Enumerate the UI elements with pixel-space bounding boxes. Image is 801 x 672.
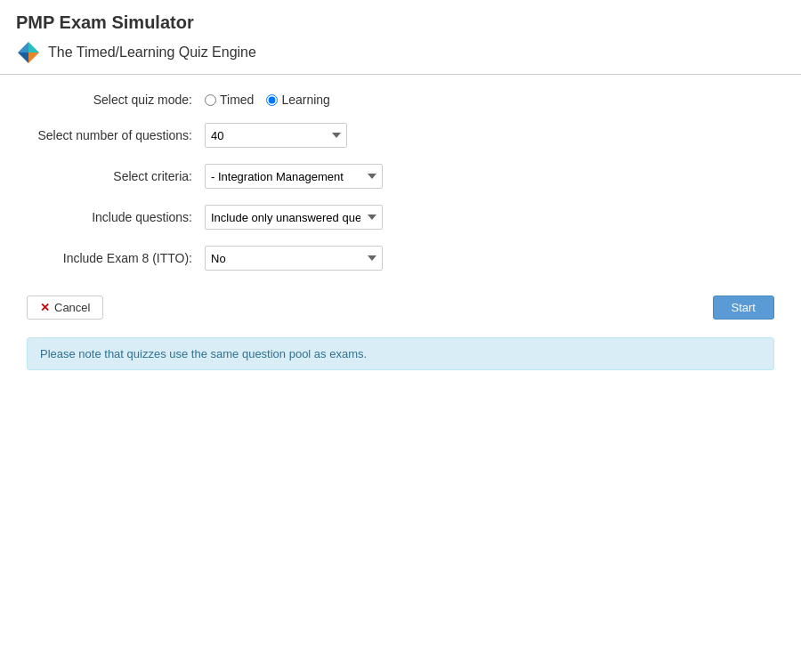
header-section: PMP Exam Simulator The Timed/Learning Qu… bbox=[0, 0, 801, 74]
quiz-mode-label: Select quiz mode: bbox=[27, 93, 205, 107]
criteria-select[interactable]: - All Topics - Integration Management - … bbox=[205, 164, 383, 189]
include-exam8-select[interactable]: No Yes bbox=[205, 246, 383, 271]
num-questions-label: Select number of questions: bbox=[27, 128, 205, 142]
radio-timed[interactable] bbox=[205, 94, 216, 106]
subtitle-row: The Timed/Learning Quiz Engine bbox=[16, 40, 785, 65]
include-exam8-label: Include Exam 8 (ITTO): bbox=[27, 251, 205, 265]
num-questions-select[interactable]: 10 20 30 40 50 60 70 80 90 100 200 bbox=[205, 123, 347, 148]
radio-learning-label[interactable]: Learning bbox=[266, 93, 330, 107]
include-questions-row: Include questions: Include all questions… bbox=[27, 205, 774, 230]
app-title: PMP Exam Simulator bbox=[16, 12, 785, 33]
criteria-row: Select criteria: - All Topics - Integrat… bbox=[27, 164, 774, 189]
num-questions-row: Select number of questions: 10 20 30 40 … bbox=[27, 123, 774, 148]
include-questions-control: Include all questions Include only unans… bbox=[205, 205, 383, 230]
actions-row: ✕ Cancel Start bbox=[27, 296, 774, 320]
include-exam8-control: No Yes bbox=[205, 246, 383, 271]
start-button[interactable]: Start bbox=[713, 296, 774, 320]
page-wrapper: PMP Exam Simulator The Timed/Learning Qu… bbox=[0, 0, 801, 672]
quiz-mode-control: Timed Learning bbox=[205, 93, 330, 107]
radio-timed-label[interactable]: Timed bbox=[205, 93, 254, 107]
criteria-control: - All Topics - Integration Management - … bbox=[205, 164, 383, 189]
include-questions-select[interactable]: Include all questions Include only unans… bbox=[205, 205, 383, 230]
svg-marker-2 bbox=[18, 53, 28, 63]
form-section: Select quiz mode: Timed Learning Select … bbox=[0, 75, 801, 397]
include-exam8-row: Include Exam 8 (ITTO): No Yes bbox=[27, 246, 774, 271]
num-questions-control: 10 20 30 40 50 60 70 80 90 100 200 bbox=[205, 123, 347, 148]
radio-learning[interactable] bbox=[266, 94, 278, 106]
quiz-mode-row: Select quiz mode: Timed Learning bbox=[27, 93, 774, 107]
subtitle-text: The Timed/Learning Quiz Engine bbox=[48, 45, 256, 61]
include-questions-label: Include questions: bbox=[27, 210, 205, 224]
svg-marker-1 bbox=[28, 42, 39, 53]
radio-learning-text: Learning bbox=[281, 93, 330, 107]
app-logo-icon bbox=[16, 40, 41, 65]
cancel-x-icon: ✕ bbox=[40, 301, 50, 314]
info-message-box: Please note that quizzes use the same qu… bbox=[27, 337, 774, 370]
info-message-text: Please note that quizzes use the same qu… bbox=[40, 347, 367, 360]
svg-marker-3 bbox=[28, 53, 39, 63]
start-label: Start bbox=[732, 301, 756, 314]
svg-marker-0 bbox=[18, 42, 28, 53]
cancel-button[interactable]: ✕ Cancel bbox=[27, 296, 103, 320]
radio-timed-text: Timed bbox=[220, 93, 254, 107]
cancel-label: Cancel bbox=[54, 301, 90, 314]
criteria-label: Select criteria: bbox=[27, 169, 205, 183]
